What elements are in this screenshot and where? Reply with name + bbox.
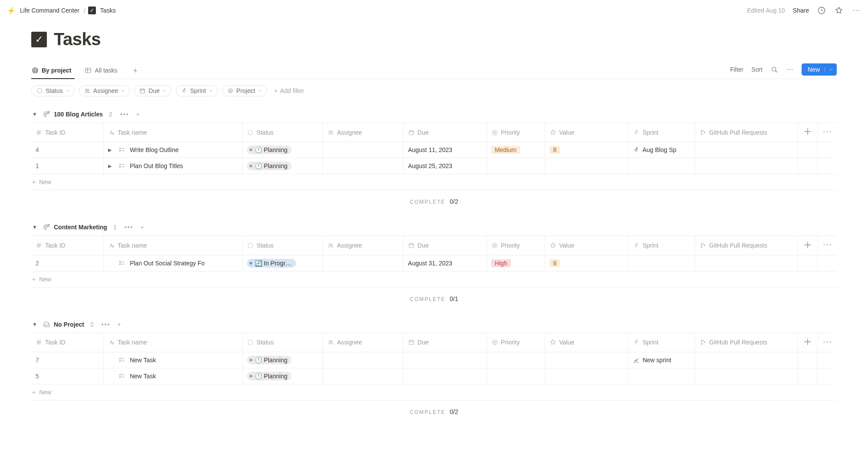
add-column-button[interactable] <box>798 333 817 352</box>
status-pill[interactable]: 🕐 Planning <box>247 162 292 170</box>
group-more-icon[interactable]: ••• <box>125 224 134 231</box>
group-name[interactable]: Content Marketing <box>54 224 107 231</box>
sprint-cell[interactable]: Aug Blog Sp <box>628 142 695 158</box>
group-disclosure-icon[interactable]: ▼ <box>32 321 39 327</box>
priority-cell[interactable] <box>487 352 545 368</box>
group-more-icon[interactable]: ••• <box>102 321 111 328</box>
col-task-id[interactable]: Task ID <box>45 129 66 136</box>
clock-icon[interactable] <box>817 6 826 15</box>
col-task-name[interactable]: Task name <box>118 339 147 346</box>
col-task-id[interactable]: Task ID <box>45 339 66 346</box>
priority-pill[interactable]: High <box>491 259 511 267</box>
sprint-cell[interactable] <box>628 368 695 384</box>
col-prs[interactable]: GitHub Pull Requests <box>709 339 767 346</box>
status-pill[interactable]: 🕐 Planning <box>247 356 292 364</box>
group-add-icon[interactable]: + <box>118 321 121 328</box>
assignee-cell[interactable] <box>323 255 404 271</box>
col-task-name[interactable]: Task name <box>118 242 147 249</box>
add-column-button[interactable] <box>798 236 817 255</box>
assignee-cell[interactable] <box>323 352 404 368</box>
value-cell[interactable] <box>545 368 628 384</box>
filter-chip-assignee[interactable]: Assignee <box>79 85 130 96</box>
status-pill[interactable]: 🕐 Planning <box>247 372 292 380</box>
col-due[interactable]: Due <box>418 129 429 136</box>
filter-chip-status[interactable]: Status <box>31 85 75 96</box>
col-value[interactable]: Value <box>559 129 574 136</box>
due-cell[interactable]: August 31, 2023 <box>404 255 487 271</box>
more-icon[interactable] <box>852 6 861 15</box>
priority-cell[interactable] <box>487 368 545 384</box>
add-column-button[interactable] <box>798 123 817 142</box>
row-disclosure-icon[interactable]: ▶ <box>108 163 113 169</box>
assignee-cell[interactable] <box>323 158 404 174</box>
col-assignee[interactable]: Assignee <box>337 242 362 249</box>
add-row-button[interactable]: + New <box>31 174 837 190</box>
due-cell[interactable]: August 25, 2023 <box>404 158 487 174</box>
col-status[interactable]: Status <box>256 242 274 249</box>
column-more-button[interactable] <box>817 333 837 352</box>
filter-chip-sprint[interactable]: Sprint <box>176 85 218 96</box>
task-name[interactable]: Plan Out Social Strategy Fo <box>130 260 205 267</box>
search-icon[interactable] <box>770 66 778 73</box>
priority-pill[interactable]: Medium <box>491 146 520 154</box>
group-header[interactable]: ▼ 100 Blog Articles 2 ••• + <box>31 107 837 122</box>
value-pill[interactable]: 8 <box>549 146 560 154</box>
value-pill[interactable]: 8 <box>549 259 560 267</box>
new-button[interactable]: New <box>802 63 837 76</box>
add-row-button[interactable]: + New <box>31 384 837 400</box>
priority-cell[interactable] <box>487 158 545 174</box>
group-header[interactable]: ▼ No Project 2 ••• + <box>31 317 837 333</box>
share-button[interactable]: Share <box>793 7 809 14</box>
col-sprint[interactable]: Sprint <box>642 242 658 249</box>
due-cell[interactable]: August 11, 2023 <box>404 142 487 158</box>
value-cell[interactable]: 8 <box>545 142 628 158</box>
add-view-button[interactable]: + <box>131 65 141 77</box>
col-value[interactable]: Value <box>559 339 574 346</box>
col-assignee[interactable]: Assignee <box>337 129 362 136</box>
priority-cell[interactable]: Medium <box>487 142 545 158</box>
value-cell[interactable]: 8 <box>545 255 628 271</box>
due-cell[interactable] <box>404 352 487 368</box>
sprint-name[interactable]: New sprint <box>642 357 671 364</box>
filter-chip-project[interactable]: Project <box>222 85 267 96</box>
sprint-cell[interactable] <box>628 255 695 271</box>
filter-chip-due[interactable]: Due <box>134 85 171 96</box>
sprint-cell[interactable] <box>628 158 695 174</box>
group-disclosure-icon[interactable]: ▼ <box>32 111 39 117</box>
col-priority[interactable]: Priority <box>501 242 520 249</box>
col-priority[interactable]: Priority <box>501 129 520 136</box>
toolbar-more-icon[interactable] <box>786 66 794 73</box>
table-row[interactable]: 4 ▶Write Blog Outline 🕐 Planning August … <box>31 142 837 158</box>
col-due[interactable]: Due <box>418 339 429 346</box>
group-disclosure-icon[interactable]: ▼ <box>32 224 39 230</box>
group-header[interactable]: ▼ Content Marketing 1 ••• + <box>31 220 837 235</box>
value-cell[interactable] <box>545 158 628 174</box>
sprint-name[interactable]: Aug Blog Sp <box>642 146 676 153</box>
filter-button[interactable]: Filter <box>730 66 743 73</box>
group-add-icon[interactable]: + <box>140 224 144 231</box>
column-more-button[interactable] <box>817 123 837 142</box>
col-sprint[interactable]: Sprint <box>642 339 658 346</box>
status-pill[interactable]: 🕐 Planning <box>247 146 292 154</box>
add-row-button[interactable]: + New <box>31 271 837 288</box>
col-priority[interactable]: Priority <box>501 339 520 346</box>
assignee-cell[interactable] <box>323 142 404 158</box>
col-status[interactable]: Status <box>256 129 274 136</box>
group-more-icon[interactable]: ••• <box>120 111 129 118</box>
sort-button[interactable]: Sort <box>751 66 763 73</box>
table-row[interactable]: 2 Plan Out Social Strategy Fo 🔄 In Progr… <box>31 255 837 271</box>
star-icon[interactable] <box>834 6 844 15</box>
prs-cell[interactable] <box>695 142 798 158</box>
task-name[interactable]: New Task <box>130 373 156 380</box>
tab-by-project[interactable]: By project <box>31 63 75 79</box>
status-pill[interactable]: 🔄 In Progr… <box>247 259 296 268</box>
col-assignee[interactable]: Assignee <box>337 339 362 346</box>
assignee-cell[interactable] <box>323 368 404 384</box>
prs-cell[interactable] <box>695 158 798 174</box>
col-due[interactable]: Due <box>418 242 429 249</box>
table-row[interactable]: 7 New Task 🕐 Planning New sprint <box>31 352 837 368</box>
col-status[interactable]: Status <box>256 339 274 346</box>
col-prs[interactable]: GitHub Pull Requests <box>709 242 767 249</box>
table-row[interactable]: 5 New Task 🕐 Planning <box>31 368 837 384</box>
priority-cell[interactable]: High <box>487 255 545 271</box>
